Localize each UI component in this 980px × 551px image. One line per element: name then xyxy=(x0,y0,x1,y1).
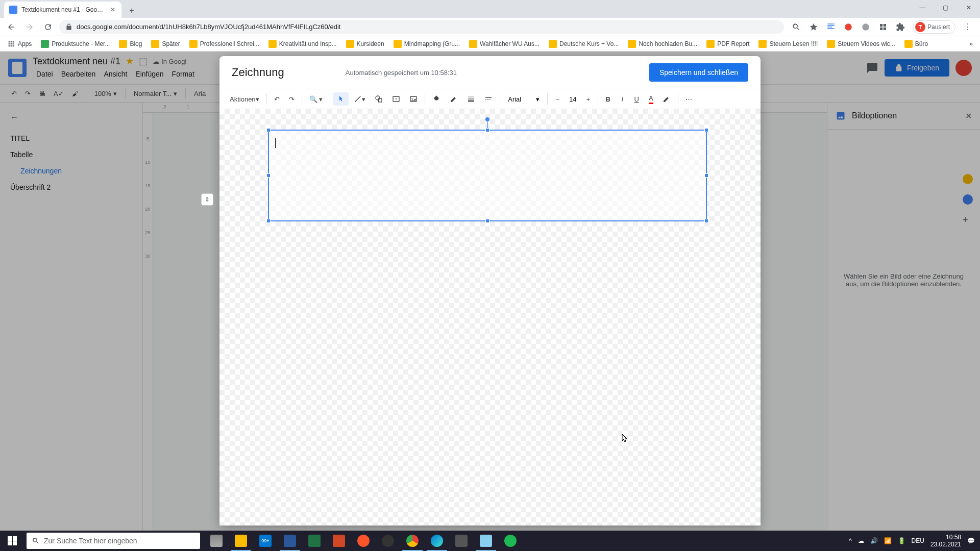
image-tool[interactable] xyxy=(405,92,422,106)
bookmark-item[interactable]: Professionell Schrei... xyxy=(186,38,262,49)
select-tool[interactable] xyxy=(333,92,349,106)
battery-icon[interactable]: 🔋 xyxy=(898,537,905,544)
actions-menu[interactable]: Aktionen ▾ xyxy=(226,92,263,106)
fill-color-button[interactable] xyxy=(428,92,445,106)
bookmark-item[interactable]: Büro xyxy=(901,38,931,49)
textbox-tool[interactable]: T xyxy=(388,92,404,106)
url-field[interactable]: docs.google.com/document/d/1hUH8k6h7Lb8y… xyxy=(59,20,784,34)
extensions-menu-icon[interactable] xyxy=(895,22,905,32)
new-tab-button[interactable]: + xyxy=(125,4,139,18)
drawing-canvas[interactable]: ⇕ xyxy=(219,109,761,525)
start-button[interactable] xyxy=(0,531,24,551)
line-tool[interactable]: ▾ xyxy=(350,92,370,106)
undo-button[interactable]: ↶ xyxy=(270,92,284,106)
shape-tool[interactable] xyxy=(371,92,387,106)
selected-textbox[interactable] xyxy=(268,130,707,221)
canvas-resize-handle[interactable]: ⇕ xyxy=(201,193,213,206)
maximize-button[interactable]: ▢ xyxy=(934,0,957,15)
border-dash-button[interactable] xyxy=(480,92,497,106)
folder-icon xyxy=(827,40,835,48)
bookmark-item[interactable]: Steuern Videos wic... xyxy=(824,38,898,49)
excel-button[interactable] xyxy=(302,531,327,551)
border-color-button[interactable] xyxy=(446,92,462,106)
clock[interactable]: 10:58 23.02.2021 xyxy=(930,534,961,548)
bookmark-item[interactable]: Blog xyxy=(116,38,145,49)
svg-rect-2 xyxy=(880,24,883,27)
resize-handle-se[interactable] xyxy=(704,219,708,223)
reload-button[interactable] xyxy=(41,20,55,34)
browser-tab[interactable]: Textdokument neu #1 - Google D ✕ xyxy=(4,2,121,18)
resize-handle-nw[interactable] xyxy=(266,128,271,132)
redo-button[interactable]: ↷ xyxy=(285,92,299,106)
extension-icon-2[interactable] xyxy=(861,22,871,32)
font-size-increase[interactable]: + xyxy=(581,92,595,106)
reader-icon[interactable] xyxy=(826,22,836,32)
zoom-icon[interactable] xyxy=(791,22,801,32)
italic-button[interactable]: I xyxy=(616,92,629,106)
resize-handle-s[interactable] xyxy=(485,219,489,223)
apps-icon xyxy=(7,40,15,48)
app-button[interactable] xyxy=(449,531,474,551)
bookmark-item[interactable]: Deutsche Kurs + Vo... xyxy=(546,38,622,49)
bookmark-item[interactable]: Steuern Lesen !!!! xyxy=(755,38,821,49)
back-button[interactable] xyxy=(4,20,18,34)
bookmark-item[interactable]: Noch hochladen Bu... xyxy=(625,38,700,49)
word-button[interactable] xyxy=(278,531,302,551)
bookmark-item[interactable]: Wahlfächer WU Aus... xyxy=(466,38,543,49)
font-size-input[interactable]: 14 xyxy=(565,95,580,103)
highlight-button[interactable] xyxy=(658,92,675,106)
onedrive-icon[interactable]: ☁ xyxy=(858,537,864,544)
language-indicator[interactable]: DEU xyxy=(912,537,924,544)
font-select[interactable]: Arial ▾ xyxy=(503,93,544,106)
close-window-button[interactable]: ✕ xyxy=(957,0,980,15)
obs-button[interactable] xyxy=(376,531,400,551)
volume-icon[interactable]: 🔊 xyxy=(870,537,878,544)
resize-handle-ne[interactable] xyxy=(704,128,708,132)
edge-button[interactable] xyxy=(425,531,449,551)
rotation-handle[interactable] xyxy=(485,117,489,121)
brave-button[interactable] xyxy=(351,531,376,551)
close-tab-icon[interactable]: ✕ xyxy=(109,6,116,13)
folder-icon xyxy=(41,40,49,48)
notifications-icon[interactable]: 💬 xyxy=(967,537,975,544)
resize-handle-e[interactable] xyxy=(704,173,708,178)
wifi-icon[interactable]: 📶 xyxy=(884,537,892,544)
drawing-title: Zeichnung xyxy=(232,66,284,79)
task-view-button[interactable] xyxy=(204,531,229,551)
more-tools-button[interactable]: ⋯ xyxy=(681,92,696,106)
chrome-button[interactable] xyxy=(400,531,425,551)
bookmark-item[interactable]: Mindmapping (Gru... xyxy=(390,38,463,49)
bookmarks-overflow[interactable]: » xyxy=(966,39,976,49)
resize-handle-w[interactable] xyxy=(266,173,271,178)
text-cursor xyxy=(275,138,276,148)
bookmark-item[interactable]: Kursideen xyxy=(343,38,387,49)
taskbar-search[interactable]: Zur Suche Text hier eingeben xyxy=(27,533,200,549)
border-weight-button[interactable] xyxy=(463,92,479,106)
mail-button[interactable]: 99+ xyxy=(253,531,278,551)
resize-handle-n[interactable] xyxy=(485,128,489,132)
minimize-button[interactable]: — xyxy=(911,0,934,15)
profile-paused-badge[interactable]: T Pausiert xyxy=(913,20,955,34)
apps-button[interactable]: Apps xyxy=(4,38,35,49)
bookmark-item[interactable]: Kreativität und Insp... xyxy=(265,38,340,49)
spotify-button[interactable] xyxy=(498,531,523,551)
powerpoint-button[interactable] xyxy=(327,531,351,551)
bold-button[interactable]: B xyxy=(601,92,615,106)
resize-handle-sw[interactable] xyxy=(266,219,271,223)
font-size-decrease[interactable]: − xyxy=(551,92,564,106)
star-icon[interactable] xyxy=(808,22,819,32)
extension-icon-1[interactable] xyxy=(843,22,853,32)
tray-expand-icon[interactable]: ^ xyxy=(849,537,852,544)
save-and-close-button[interactable]: Speichern und schließen xyxy=(649,63,748,82)
extension-icon-3[interactable] xyxy=(878,22,888,32)
bookmark-item[interactable]: PDF Report xyxy=(703,38,752,49)
zoom-button[interactable]: 🔍 ▾ xyxy=(305,92,327,106)
notepad-button[interactable] xyxy=(474,531,498,551)
file-explorer-button[interactable] xyxy=(229,531,253,551)
underline-button[interactable]: U xyxy=(630,92,643,106)
text-color-button[interactable]: A xyxy=(644,91,657,107)
forward-button[interactable] xyxy=(22,20,37,34)
chrome-menu-icon[interactable]: ⋮ xyxy=(963,22,973,32)
bookmark-item[interactable]: Später xyxy=(148,38,183,49)
bookmark-item[interactable]: Produktsuche - Mer... xyxy=(38,38,113,49)
